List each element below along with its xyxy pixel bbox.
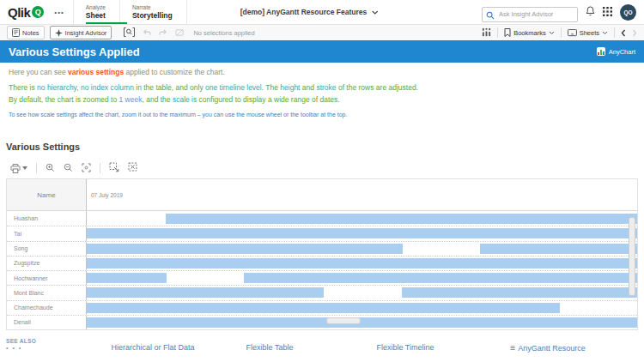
bookmarks-label: Bookmarks — [513, 29, 546, 37]
insight-advisor-button[interactable]: Insight Advisor — [50, 26, 112, 39]
bookmarks-button[interactable]: Bookmarks — [504, 28, 555, 37]
see-also-more-dots[interactable]: • • • — [6, 345, 22, 351]
gantt-bar[interactable] — [402, 287, 637, 298]
chevron-down-icon — [549, 31, 555, 35]
see-also-label: SEE ALSO — [6, 338, 36, 344]
fit-to-screen-button[interactable] — [82, 160, 91, 176]
tab-narrate-storytelling[interactable]: Narrate Storytelling — [120, 0, 186, 24]
gantt-bar[interactable] — [87, 303, 560, 313]
row-timeline — [87, 256, 637, 270]
row-timeline — [87, 301, 637, 315]
divider — [497, 27, 498, 38]
sheet-header: Various Settings Applied AnyChart — [0, 40, 644, 63]
row-timeline — [87, 211, 637, 226]
gantt-row: Huashan — [7, 211, 637, 226]
gantt-bar[interactable] — [87, 317, 637, 328]
insight-advisor-search — [482, 4, 578, 20]
gantt-bar[interactable] — [87, 244, 403, 254]
row-timeline — [87, 226, 637, 240]
gantt-bar[interactable] — [244, 273, 637, 283]
app-title: [demo] AnyGantt Resource Features — [240, 8, 368, 16]
tab-label: Storytelling — [132, 11, 173, 20]
qlik-logo[interactable]: Qlik Q — [0, 5, 44, 20]
undo-icon[interactable] — [143, 25, 151, 40]
qlik-sense-app: Qlik Q ••• Analyze Sheet Narrate Storyte… — [0, 0, 644, 362]
anychart-badge[interactable]: AnyChart — [597, 47, 644, 56]
gantt-bar[interactable] — [87, 287, 324, 298]
search-input[interactable] — [482, 7, 578, 22]
smart-search-icon[interactable] — [124, 25, 135, 40]
sheets-label: Sheets — [580, 29, 599, 37]
gantt-row: Mont Blanc — [7, 285, 637, 299]
notifications-bell-icon[interactable] — [586, 4, 595, 20]
zoom-selection-icon — [109, 162, 119, 172]
tab-super-label: Narrate — [132, 4, 173, 11]
gantt-bar[interactable] — [480, 244, 637, 254]
row-name: Zugspitze — [7, 256, 87, 270]
zoom-out-icon — [64, 163, 73, 172]
sheet-overview-icon[interactable] — [482, 25, 491, 40]
description-block: Here you can see various settings applie… — [0, 63, 644, 142]
print-button[interactable] — [10, 164, 27, 173]
row-timeline — [87, 271, 637, 285]
row-name: Hochwanner — [7, 271, 87, 285]
print-icon — [10, 164, 21, 173]
gantt-header: Name 07 July 2019 — [7, 179, 637, 211]
selections-toolbar: Notes Insight Advisor No selections appl… — [0, 25, 644, 40]
zoom-in-button[interactable] — [46, 160, 55, 176]
note-text: To see how scale settings affect the cha… — [9, 112, 347, 118]
zoom-selection-off-button[interactable] — [128, 160, 138, 176]
bookmark-icon — [504, 28, 511, 37]
body-text-line-1: There is no hierarchy, no index column i… — [9, 81, 418, 94]
tab-analyze-sheet[interactable]: Analyze Sheet — [74, 0, 119, 24]
row-timeline — [87, 286, 637, 299]
clear-selections-icon[interactable] — [175, 25, 184, 40]
link-anygantt-resource[interactable]: ≡AnyGantt Resource — [510, 343, 585, 353]
notes-label: Notes — [22, 29, 39, 37]
row-name: Mont Blanc — [7, 286, 87, 299]
horizontal-scrollbar[interactable] — [326, 317, 361, 324]
name-column-header[interactable]: Name — [7, 179, 87, 210]
divider — [614, 27, 615, 38]
zoom-selection-off-icon — [128, 162, 138, 172]
link-flexible-table[interactable]: Flexible Table — [246, 343, 294, 352]
notes-button[interactable]: Notes — [7, 26, 45, 39]
redo-icon[interactable] — [159, 25, 167, 40]
zoom-selection-button[interactable] — [109, 160, 119, 176]
notes-icon — [12, 28, 20, 37]
app-grid-icon[interactable] — [603, 4, 612, 20]
app-title-dropdown[interactable]: [demo] AnyGantt Resource Features — [240, 0, 379, 24]
search-icon — [486, 8, 495, 23]
body-text-line-2: By default, the chart is zoomed to 1 wee… — [9, 94, 418, 106]
gantt-bar[interactable] — [87, 258, 637, 268]
gantt-row: Tai — [7, 226, 637, 240]
chevron-down-icon — [371, 10, 378, 15]
object-title: Various Settings — [6, 142, 80, 152]
sheets-button[interactable]: Sheets — [568, 29, 608, 37]
gantt-bar[interactable] — [166, 214, 637, 224]
link-hierarchical-or-flat-data[interactable]: Hierarchical or Flat Data — [111, 343, 194, 352]
sheets-icon — [568, 29, 577, 37]
row-timeline — [87, 242, 637, 256]
gantt-grid: Name 07 July 2019 HuashanTaiSongZugspitz… — [6, 178, 638, 330]
gantt-row: Zugspitze — [7, 256, 637, 270]
link-flexible-timeline[interactable]: Flexible Timeline — [376, 343, 434, 352]
intro-text: Here you can see various settings applie… — [9, 68, 225, 76]
row-timeline — [87, 316, 637, 329]
anychart-logo-icon — [597, 47, 605, 56]
vertical-scrollbar[interactable] — [629, 217, 635, 296]
zoom-in-icon — [46, 163, 55, 172]
row-name: Tai — [7, 226, 87, 240]
divider — [36, 163, 37, 173]
gantt-bar[interactable] — [87, 273, 167, 283]
user-avatar[interactable]: QO — [620, 4, 636, 21]
next-sheet-button[interactable] — [632, 25, 637, 40]
gantt-bar[interactable] — [87, 228, 637, 238]
sheet-title: Various Settings Applied — [0, 45, 140, 58]
insight-advisor-icon — [55, 29, 63, 37]
chevron-down-icon — [602, 31, 608, 35]
previous-sheet-button[interactable] — [621, 25, 626, 40]
more-menu-button[interactable]: ••• — [44, 9, 72, 16]
zoom-out-button[interactable] — [64, 160, 73, 176]
gantt-row: Denali — [7, 315, 637, 329]
